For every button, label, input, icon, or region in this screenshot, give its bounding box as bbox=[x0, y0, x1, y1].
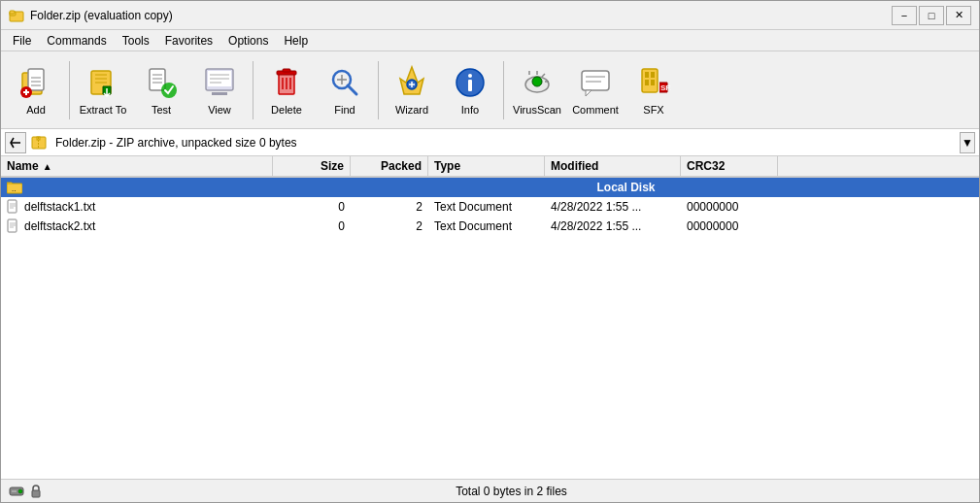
menu-item-options[interactable]: Options bbox=[220, 32, 276, 50]
virusscan-icon bbox=[518, 63, 557, 102]
cell-packed: 2 bbox=[351, 217, 428, 235]
toolbar-btn-test[interactable]: Test bbox=[134, 56, 188, 124]
toolbar-btn-label-test: Test bbox=[152, 104, 171, 117]
cell-size: 0 bbox=[273, 217, 351, 235]
toolbar-separator bbox=[503, 61, 504, 119]
col-header-modified[interactable]: Modified bbox=[545, 156, 681, 176]
cell-name: .. bbox=[1, 178, 273, 196]
cell-type: Text Document bbox=[428, 197, 545, 216]
info-icon bbox=[451, 63, 490, 102]
col-header-crc[interactable]: CRC32 bbox=[681, 156, 778, 176]
file-rows: .. Local Disk delftstack1.txt02Text Docu… bbox=[1, 178, 979, 479]
cell-name: delftstack2.txt bbox=[1, 217, 273, 235]
view-icon bbox=[200, 63, 239, 102]
file-row[interactable]: delftstack1.txt02Text Document4/28/2022 … bbox=[1, 197, 979, 217]
cell-type: Text Document bbox=[428, 217, 545, 235]
toolbar-btn-find[interactable]: Find bbox=[318, 56, 372, 124]
toolbar-btn-label-comment: Comment bbox=[572, 104, 619, 117]
window-title: Folder.zip (evaluation copy) bbox=[30, 9, 892, 22]
svg-text:..: .. bbox=[12, 184, 16, 193]
close-button[interactable]: ✕ bbox=[946, 6, 971, 25]
svg-rect-42 bbox=[468, 80, 472, 91]
toolbar-btn-label-info: Info bbox=[461, 104, 479, 117]
menu-item-favorites[interactable]: Favorites bbox=[157, 32, 220, 50]
file-list-container: Name ▲ Size Packed Type Modified CRC32 .… bbox=[1, 156, 979, 479]
col-header-packed[interactable]: Packed bbox=[351, 156, 428, 176]
toolbar-btn-label-sfx: SFX bbox=[643, 104, 663, 117]
toolbar-separator bbox=[378, 61, 379, 119]
lock-icon bbox=[28, 484, 44, 499]
svg-point-76 bbox=[18, 489, 22, 493]
toolbar-btn-label-extract: Extract To bbox=[80, 104, 127, 117]
address-bar: Folder.zip - ZIP archive, unpacked size … bbox=[1, 129, 979, 156]
wizard-icon bbox=[392, 63, 431, 102]
svg-line-33 bbox=[348, 85, 356, 94]
svg-rect-49 bbox=[582, 71, 609, 90]
col-header-name[interactable]: Name ▲ bbox=[1, 156, 273, 176]
toolbar-btn-extract[interactable]: Extract To bbox=[76, 56, 130, 124]
file-row[interactable]: delftstack2.txt02Text Document4/28/2022 … bbox=[1, 217, 979, 236]
toolbar-btn-label-view: View bbox=[208, 104, 231, 117]
toolbar-btn-label-find: Find bbox=[334, 104, 355, 117]
svg-rect-53 bbox=[642, 69, 658, 92]
svg-rect-4 bbox=[28, 69, 44, 90]
status-bar: Total 0 bytes in 2 files bbox=[1, 479, 979, 502]
cell-modified: 4/28/2022 1:55 ... bbox=[545, 197, 681, 216]
cell-name: delftstack1.txt bbox=[1, 197, 273, 216]
toolbar-separator bbox=[253, 61, 253, 119]
svg-rect-2 bbox=[10, 11, 15, 14]
cell-packed: 2 bbox=[351, 197, 428, 216]
nav-back-button[interactable] bbox=[5, 132, 26, 153]
status-icons bbox=[9, 484, 44, 499]
toolbar-btn-add[interactable]: Add bbox=[9, 56, 63, 124]
address-text: Folder.zip - ZIP archive, unpacked size … bbox=[51, 136, 956, 150]
menu-item-file[interactable]: File bbox=[5, 32, 39, 50]
svg-rect-57 bbox=[651, 80, 655, 85]
cell-local-disk: Local Disk bbox=[273, 178, 979, 196]
menu-bar: FileCommandsToolsFavoritesOptionsHelp bbox=[1, 30, 979, 51]
svg-rect-28 bbox=[283, 69, 290, 72]
file-icon bbox=[7, 199, 20, 215]
app-icon bbox=[9, 8, 24, 23]
toolbar: Add Extract To Test View bbox=[1, 51, 979, 129]
title-bar: Folder.zip (evaluation copy) − □ ✕ bbox=[1, 1, 979, 30]
menu-item-tools[interactable]: Tools bbox=[115, 32, 157, 50]
toolbar-btn-wizard[interactable]: Wizard bbox=[385, 56, 439, 124]
svg-rect-55 bbox=[651, 72, 655, 78]
folder-up-icon: .. bbox=[7, 181, 22, 194]
toolbar-btn-view[interactable]: View bbox=[192, 56, 247, 124]
zip-icon bbox=[30, 134, 48, 151]
address-dropdown[interactable]: ▼ bbox=[960, 132, 975, 153]
column-headers: Name ▲ Size Packed Type Modified CRC32 bbox=[1, 156, 979, 178]
svg-rect-78 bbox=[32, 490, 40, 497]
toolbar-separator bbox=[69, 61, 70, 119]
toolbar-btn-label-virusscan: VirusScan bbox=[513, 104, 561, 117]
col-header-type[interactable]: Type bbox=[428, 156, 545, 176]
hdd-icon bbox=[9, 484, 24, 499]
maximize-button[interactable]: □ bbox=[919, 6, 944, 25]
cell-size: 0 bbox=[273, 197, 351, 216]
cell-modified: 4/28/2022 1:55 ... bbox=[545, 217, 681, 235]
svg-rect-70 bbox=[8, 219, 17, 232]
col-header-size[interactable]: Size bbox=[273, 156, 351, 176]
file-name-text: delftstack2.txt bbox=[24, 219, 95, 233]
file-row[interactable]: .. Local Disk bbox=[1, 178, 979, 197]
toolbar-btn-label-wizard: Wizard bbox=[395, 104, 428, 117]
toolbar-btn-info[interactable]: Info bbox=[443, 56, 497, 124]
svg-rect-65 bbox=[8, 200, 17, 213]
minimize-button[interactable]: − bbox=[892, 6, 917, 25]
toolbar-btn-sfx[interactable]: SFX SFX bbox=[626, 56, 681, 124]
window-controls: − □ ✕ bbox=[892, 6, 971, 25]
cell-crc: 00000000 bbox=[681, 217, 778, 235]
svg-rect-56 bbox=[645, 80, 649, 85]
test-icon bbox=[142, 63, 181, 102]
toolbar-btn-virusscan[interactable]: VirusScan bbox=[510, 56, 564, 124]
menu-item-help[interactable]: Help bbox=[276, 32, 316, 50]
toolbar-btn-delete[interactable]: Delete bbox=[259, 56, 314, 124]
comment-icon bbox=[576, 63, 615, 102]
menu-item-commands[interactable]: Commands bbox=[39, 32, 114, 50]
toolbar-btn-comment[interactable]: Comment bbox=[568, 56, 623, 124]
svg-rect-54 bbox=[645, 72, 649, 78]
toolbar-btn-label-delete: Delete bbox=[271, 104, 302, 117]
toolbar-btn-label-add: Add bbox=[26, 104, 46, 117]
